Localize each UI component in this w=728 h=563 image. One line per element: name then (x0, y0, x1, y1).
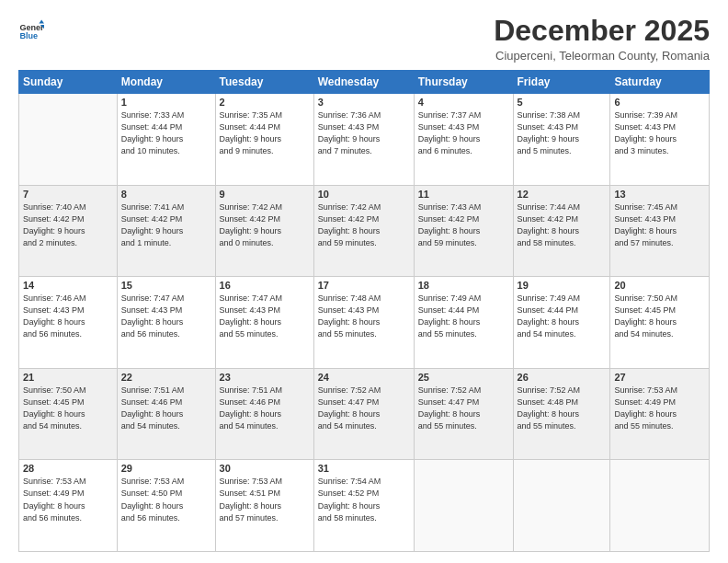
table-row: 31Sunrise: 7:54 AMSunset: 4:52 PMDayligh… (313, 460, 414, 552)
day-number: 27 (614, 372, 705, 383)
day-info: Sunrise: 7:49 AMSunset: 4:44 PMDaylight:… (518, 293, 607, 340)
day-number: 8 (121, 189, 211, 200)
day-info: Sunrise: 7:39 AMSunset: 4:43 PMDaylight:… (614, 109, 705, 157)
table-row: 28Sunrise: 7:53 AMSunset: 4:49 PMDayligh… (19, 460, 118, 552)
day-number: 17 (318, 280, 410, 291)
table-row: 24Sunrise: 7:52 AMSunset: 4:47 PMDayligh… (313, 368, 414, 460)
col-monday: Monday (117, 71, 215, 94)
table-row: 18Sunrise: 7:49 AMSunset: 4:44 PMDayligh… (414, 277, 513, 369)
day-number: 12 (518, 189, 607, 200)
day-number: 7 (23, 189, 113, 200)
day-info: Sunrise: 7:52 AMSunset: 4:47 PMDaylight:… (418, 385, 509, 432)
table-row: 25Sunrise: 7:52 AMSunset: 4:47 PMDayligh… (414, 368, 513, 460)
day-number: 15 (121, 280, 211, 291)
day-number: 18 (418, 280, 509, 291)
table-row (513, 460, 610, 552)
day-number: 14 (23, 280, 113, 291)
day-info: Sunrise: 7:40 AMSunset: 4:42 PMDaylight:… (23, 201, 113, 249)
day-number: 20 (614, 280, 705, 291)
table-row: 20Sunrise: 7:50 AMSunset: 4:45 PMDayligh… (610, 277, 710, 369)
calendar-week-2: 7Sunrise: 7:40 AMSunset: 4:42 PMDaylight… (19, 185, 710, 277)
day-number: 29 (121, 463, 211, 474)
day-number: 24 (318, 372, 410, 383)
day-info: Sunrise: 7:53 AMSunset: 4:49 PMDaylight:… (614, 385, 705, 432)
table-row (610, 460, 710, 552)
table-row: 5Sunrise: 7:38 AMSunset: 4:43 PMDaylight… (513, 94, 610, 186)
day-info: Sunrise: 7:47 AMSunset: 4:43 PMDaylight:… (121, 293, 211, 340)
svg-marker-2 (39, 19, 44, 23)
day-info: Sunrise: 7:45 AMSunset: 4:43 PMDaylight:… (614, 201, 705, 249)
day-info: Sunrise: 7:48 AMSunset: 4:43 PMDaylight:… (318, 293, 410, 340)
logo-icon: General Blue (18, 18, 44, 44)
day-info: Sunrise: 7:49 AMSunset: 4:44 PMDaylight:… (418, 293, 509, 340)
col-sunday: Sunday (19, 71, 118, 94)
day-number: 2 (220, 97, 310, 108)
day-number: 31 (318, 463, 410, 474)
table-row: 23Sunrise: 7:51 AMSunset: 4:46 PMDayligh… (215, 368, 313, 460)
day-info: Sunrise: 7:44 AMSunset: 4:42 PMDaylight:… (518, 201, 607, 249)
table-row: 21Sunrise: 7:50 AMSunset: 4:45 PMDayligh… (19, 368, 118, 460)
day-number: 25 (418, 372, 509, 383)
day-number: 28 (23, 463, 113, 474)
calendar-week-4: 21Sunrise: 7:50 AMSunset: 4:45 PMDayligh… (19, 368, 710, 460)
day-info: Sunrise: 7:42 AMSunset: 4:42 PMDaylight:… (220, 201, 310, 249)
col-friday: Friday (513, 71, 610, 94)
table-row: 4Sunrise: 7:37 AMSunset: 4:43 PMDaylight… (414, 94, 513, 186)
day-number: 10 (318, 189, 410, 200)
day-number: 1 (121, 97, 211, 108)
month-title: December 2025 (494, 15, 710, 47)
table-row: 17Sunrise: 7:48 AMSunset: 4:43 PMDayligh… (313, 277, 414, 369)
day-number: 23 (220, 372, 310, 383)
day-info: Sunrise: 7:53 AMSunset: 4:50 PMDaylight:… (121, 476, 211, 523)
table-row: 29Sunrise: 7:53 AMSunset: 4:50 PMDayligh… (117, 460, 215, 552)
day-number: 13 (614, 189, 705, 200)
day-number: 3 (318, 97, 410, 108)
col-wednesday: Wednesday (313, 71, 414, 94)
day-number: 4 (418, 97, 509, 108)
svg-text:Blue: Blue (19, 31, 38, 40)
subtitle: Ciuperceni, Teleorman County, Romania (494, 49, 710, 63)
table-row: 14Sunrise: 7:46 AMSunset: 4:43 PMDayligh… (19, 277, 118, 369)
table-row: 8Sunrise: 7:41 AMSunset: 4:42 PMDaylight… (117, 185, 215, 277)
day-info: Sunrise: 7:53 AMSunset: 4:51 PMDaylight:… (220, 476, 310, 523)
table-row: 13Sunrise: 7:45 AMSunset: 4:43 PMDayligh… (610, 185, 710, 277)
day-info: Sunrise: 7:50 AMSunset: 4:45 PMDaylight:… (23, 385, 113, 432)
table-row: 12Sunrise: 7:44 AMSunset: 4:42 PMDayligh… (513, 185, 610, 277)
table-row: 10Sunrise: 7:42 AMSunset: 4:42 PMDayligh… (313, 185, 414, 277)
header-row: Sunday Monday Tuesday Wednesday Thursday… (19, 71, 710, 94)
day-number: 22 (121, 372, 211, 383)
calendar-week-5: 28Sunrise: 7:53 AMSunset: 4:49 PMDayligh… (19, 460, 710, 552)
day-info: Sunrise: 7:36 AMSunset: 4:43 PMDaylight:… (318, 109, 410, 157)
day-info: Sunrise: 7:51 AMSunset: 4:46 PMDaylight:… (121, 385, 211, 432)
col-tuesday: Tuesday (215, 71, 313, 94)
col-thursday: Thursday (414, 71, 513, 94)
day-number: 30 (220, 463, 310, 474)
day-info: Sunrise: 7:35 AMSunset: 4:44 PMDaylight:… (220, 109, 310, 157)
day-info: Sunrise: 7:33 AMSunset: 4:44 PMDaylight:… (121, 109, 211, 157)
day-number: 19 (518, 280, 607, 291)
table-row: 9Sunrise: 7:42 AMSunset: 4:42 PMDaylight… (215, 185, 313, 277)
day-info: Sunrise: 7:42 AMSunset: 4:42 PMDaylight:… (318, 201, 410, 249)
calendar-table: Sunday Monday Tuesday Wednesday Thursday… (18, 70, 710, 552)
day-info: Sunrise: 7:37 AMSunset: 4:43 PMDaylight:… (418, 109, 509, 157)
day-info: Sunrise: 7:46 AMSunset: 4:43 PMDaylight:… (23, 293, 113, 340)
header: General Blue December 2025 Ciuperceni, T… (18, 15, 710, 63)
day-info: Sunrise: 7:52 AMSunset: 4:48 PMDaylight:… (518, 385, 607, 432)
day-number: 11 (418, 189, 509, 200)
day-number: 5 (518, 97, 607, 108)
day-number: 9 (220, 189, 310, 200)
table-row (19, 94, 118, 186)
calendar-week-3: 14Sunrise: 7:46 AMSunset: 4:43 PMDayligh… (19, 277, 710, 369)
day-info: Sunrise: 7:47 AMSunset: 4:43 PMDaylight:… (220, 293, 310, 340)
day-info: Sunrise: 7:52 AMSunset: 4:47 PMDaylight:… (318, 385, 410, 432)
day-info: Sunrise: 7:54 AMSunset: 4:52 PMDaylight:… (318, 476, 410, 523)
table-row: 2Sunrise: 7:35 AMSunset: 4:44 PMDaylight… (215, 94, 313, 186)
page: General Blue December 2025 Ciuperceni, T… (0, 0, 728, 563)
table-row: 22Sunrise: 7:51 AMSunset: 4:46 PMDayligh… (117, 368, 215, 460)
table-row (414, 460, 513, 552)
day-info: Sunrise: 7:41 AMSunset: 4:42 PMDaylight:… (121, 201, 211, 249)
table-row: 1Sunrise: 7:33 AMSunset: 4:44 PMDaylight… (117, 94, 215, 186)
table-row: 19Sunrise: 7:49 AMSunset: 4:44 PMDayligh… (513, 277, 610, 369)
day-info: Sunrise: 7:53 AMSunset: 4:49 PMDaylight:… (23, 476, 113, 523)
calendar-week-1: 1Sunrise: 7:33 AMSunset: 4:44 PMDaylight… (19, 94, 710, 186)
